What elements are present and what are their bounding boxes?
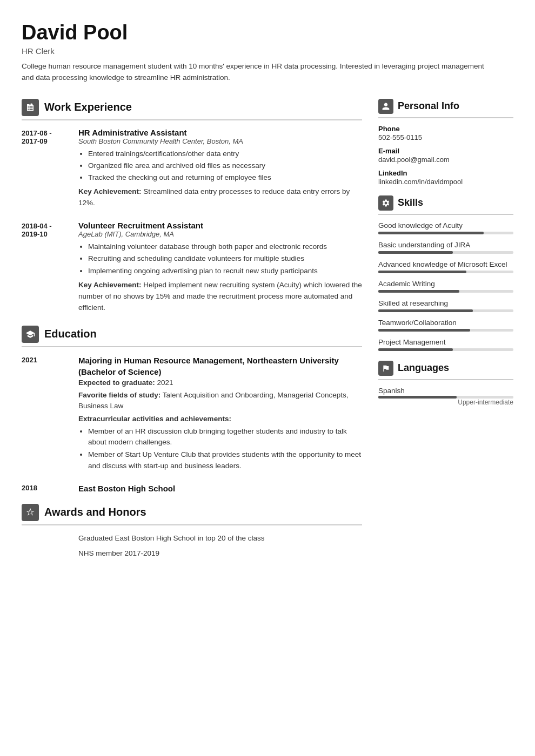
work-entry-2-org: AgeLab (MIT), Cambridge, MA (78, 230, 362, 238)
linkedin-value: linkedin.com/in/davidmpool (378, 178, 513, 186)
skill-item-1: Basic understanding of JIRA (378, 241, 513, 254)
edu-entry-2-content: East Boston High School (78, 483, 175, 494)
languages-section-header: Languages (378, 361, 513, 380)
awards-item-2: NHS member 2017-2019 (78, 548, 264, 559)
work-entry-1-title: HR Administrative Assistant (78, 128, 362, 137)
lang-item-0: Spanish Upper-intermediate (378, 387, 513, 406)
skill-name-0: Good knowledge of Acuity (378, 221, 513, 230)
work-entry-2-content: Volunteer Recruitment Assistant AgeLab (… (78, 221, 362, 314)
work-entry-2: 2018-04 -2019-10 Volunteer Recruitment A… (22, 221, 362, 314)
edu-entry-1-bullet-2: Member of Start Up Venture Club that pro… (88, 449, 362, 471)
languages-list: Spanish Upper-intermediate (378, 387, 513, 406)
skill-name-3: Academic Writing (378, 280, 513, 288)
left-column: Work Experience 2017-06 -2017-09 HR Admi… (22, 99, 362, 568)
education-icon (22, 326, 39, 343)
skill-name-6: Project Management (378, 338, 513, 346)
edu-entry-1-bullet-1: Member of an HR discussion club bringing… (88, 426, 362, 448)
edu-entry-2-date: 2018 (22, 483, 68, 494)
awards-title: Awards and Honors (44, 506, 146, 518)
edu-entry-2: 2018 East Boston High School (22, 483, 362, 494)
awards-content: Graduated East Boston High School in top… (78, 533, 264, 564)
work-experience-section-header: Work Experience (22, 99, 362, 120)
skill-bar-bg-2 (378, 271, 513, 273)
awards-entry: Graduated East Boston High School in top… (22, 533, 362, 564)
awards-icon (22, 504, 39, 521)
skill-item-4: Skilled at researching (378, 299, 513, 312)
work-entry-2-bullets: Maintaining volunteer database through b… (88, 241, 362, 276)
work-entry-2-bullet-3: Implementing ongoing advertising plan to… (88, 266, 362, 276)
skill-name-1: Basic understanding of JIRA (378, 241, 513, 249)
personal-info-section-header: Personal Info (378, 99, 513, 118)
edu-entry-1-title: Majoring in Human Resource Management, N… (78, 355, 362, 377)
work-entry-1: 2017-06 -2017-09 HR Administrative Assis… (22, 128, 362, 210)
education-title: Education (44, 328, 97, 340)
candidate-summary: College human resource management studen… (22, 61, 486, 84)
skill-name-2: Advanced knowledge of Microsoft Excel (378, 260, 513, 268)
skills-title: Skills (398, 197, 423, 208)
skill-bar-bg-0 (378, 232, 513, 234)
work-entry-1-content: HR Administrative Assistant South Boston… (78, 128, 362, 210)
edu-entry-2-title: East Boston High School (78, 483, 175, 494)
work-entry-1-bullet-3: Tracked the checking out and returning o… (88, 172, 362, 183)
awards-section-header: Awards and Honors (22, 504, 362, 525)
linkedin-label: LinkedIn (378, 169, 513, 177)
work-entry-2-bullet-1: Maintaining volunteer database through b… (88, 241, 362, 252)
right-column: Personal Info Phone 502-555-0115 E-mail … (378, 99, 513, 568)
edu-entry-1-date: 2021 (22, 355, 68, 473)
work-entry-1-org: South Boston Community Health Center, Bo… (78, 137, 362, 145)
skills-icon (378, 195, 393, 211)
skill-name-5: Teamwork/Collaboration (378, 319, 513, 327)
work-experience-title: Work Experience (44, 101, 132, 113)
edu-entry-1: 2021 Majoring in Human Resource Manageme… (22, 355, 362, 473)
edu-entry-1-fields: Favorite fields of study: Talent Acquisi… (78, 390, 362, 412)
email-label: E-mail (378, 147, 513, 155)
skill-item-5: Teamwork/Collaboration (378, 319, 513, 332)
skill-item-6: Project Management (378, 338, 513, 351)
skill-bar-fill-4 (378, 309, 473, 312)
awards-item-1: Graduated East Boston High School in top… (78, 533, 264, 544)
education-section-header: Education (22, 326, 362, 347)
languages-icon (378, 361, 393, 376)
work-entry-2-bullet-2: Recruiting and scheduling candidate volu… (88, 253, 362, 264)
skills-list: Good knowledge of Acuity Basic understan… (378, 221, 513, 351)
personal-info-title: Personal Info (398, 100, 459, 112)
work-entry-1-bullet-1: Entered trainings/certifications/other d… (88, 148, 362, 159)
skill-name-4: Skilled at researching (378, 299, 513, 307)
phone-label: Phone (378, 125, 513, 133)
skill-bar-fill-2 (378, 271, 466, 273)
languages-title: Languages (398, 362, 449, 374)
work-entry-2-achievement: Key Achievement: Helped implement new re… (78, 280, 362, 314)
header: David Pool HR Clerk College human resour… (22, 22, 513, 84)
work-entry-1-achievement: Key Achievement: Streamlined data entry … (78, 186, 362, 209)
personal-info-fields: Phone 502-555-0115 E-mail david.pool@gma… (378, 125, 513, 186)
skill-bar-fill-6 (378, 348, 453, 351)
edu-entry-1-content: Majoring in Human Resource Management, N… (78, 355, 362, 473)
candidate-name: David Pool (22, 22, 513, 44)
personal-info-icon (378, 99, 393, 114)
work-experience-icon (22, 99, 39, 116)
skills-section-header: Skills (378, 195, 513, 215)
skill-item-0: Good knowledge of Acuity (378, 221, 513, 234)
edu-entry-1-extracurricular-label: Extracurricular activities and achieveme… (78, 414, 362, 424)
email-value: david.pool@gmail.com (378, 156, 513, 164)
skill-bar-fill-5 (378, 329, 470, 332)
work-entry-2-title: Volunteer Recruitment Assistant (78, 221, 362, 230)
phone-value: 502-555-0115 (378, 133, 513, 141)
awards-date-placeholder (22, 533, 68, 564)
lang-level-0: Upper-intermediate (378, 399, 513, 406)
skill-item-2: Advanced knowledge of Microsoft Excel (378, 260, 513, 273)
skill-bar-fill-3 (378, 290, 459, 293)
work-entry-1-bullet-2: Organized file area and archived old fil… (88, 160, 362, 171)
skill-bar-fill-1 (378, 251, 453, 254)
edu-entry-1-graduate: Expected to graduate: 2021 (78, 377, 362, 388)
skill-bar-fill-0 (378, 232, 484, 234)
work-entry-2-date: 2018-04 -2019-10 (22, 221, 68, 314)
work-entry-1-date: 2017-06 -2017-09 (22, 128, 68, 210)
skill-bar-bg-5 (378, 329, 513, 332)
skill-bar-bg-1 (378, 251, 513, 254)
candidate-title: HR Clerk (22, 46, 513, 56)
skill-bar-bg-6 (378, 348, 513, 351)
skill-bar-bg-3 (378, 290, 513, 293)
edu-entry-1-bullets: Member of an HR discussion club bringing… (88, 426, 362, 471)
work-entry-1-bullets: Entered trainings/certifications/other d… (88, 148, 362, 184)
